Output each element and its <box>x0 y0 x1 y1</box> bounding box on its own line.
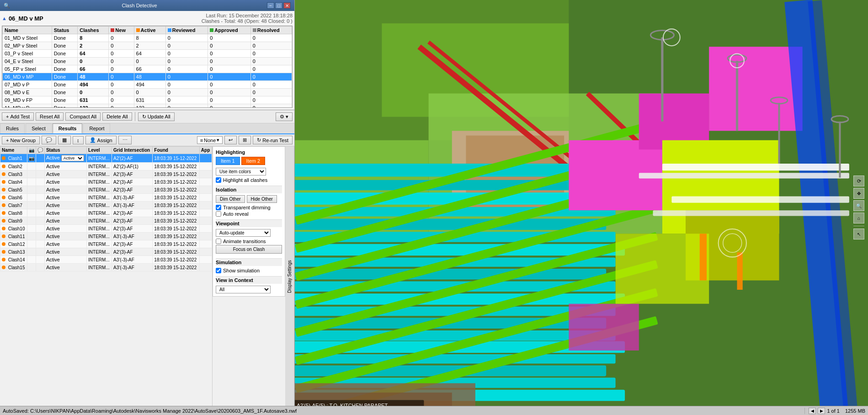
table-row[interactable]: Clash13 Active INTERM... A2'(3)-AF 18:03… <box>0 248 212 256</box>
hide-other-button[interactable]: Hide Other <box>247 195 277 203</box>
transparent-checkbox[interactable] <box>216 205 221 210</box>
table-row[interactable]: Clash12 Active INTERM... A2'(3)-AF 18:03… <box>0 240 212 248</box>
nav-home-button[interactable]: ⌂ <box>853 213 864 223</box>
cell-grid: A2'(3)-AF <box>112 217 153 225</box>
rcol-app[interactable]: App <box>199 147 212 154</box>
view-in-context-dropdown[interactable]: All Current Selection <box>216 286 271 293</box>
table-row[interactable]: 03_P v Steel Done 64 0 64 0 0 0 <box>3 50 292 58</box>
table-row[interactable]: 02_MP v Steel Done 2 0 2 0 0 0 <box>3 42 292 50</box>
page-next-button[interactable]: ▶ <box>818 408 825 414</box>
close-button[interactable]: ✕ <box>283 2 291 9</box>
cell-grid: A3'(-3)-AF <box>112 233 153 240</box>
export-chevron: ▾ <box>286 114 288 120</box>
table-row[interactable]: Clash4 Active INTERM... A2'(3)-AF 18:03:… <box>0 178 212 186</box>
none-chevron: ▾ <box>217 137 219 143</box>
cell-active: 0 <box>134 89 165 96</box>
toolbar-separator <box>135 112 135 121</box>
export-button[interactable]: ⚙ ▾ <box>276 112 293 121</box>
auto-reveal-checkbox[interactable] <box>216 211 221 217</box>
cell-status: Active <box>44 209 86 217</box>
col-resolved[interactable]: Resolved <box>250 27 292 34</box>
results-icon-btn-3[interactable]: ↕ <box>73 136 84 144</box>
col-name[interactable]: Name <box>3 27 52 34</box>
focus-on-clash-button[interactable]: Focus on Clash <box>216 245 282 254</box>
update-all-button[interactable]: ↻ Update All <box>138 112 175 121</box>
col-reviewed[interactable]: Reviewed <box>165 27 208 34</box>
nav-orbit-button[interactable]: ⟳ <box>853 176 864 186</box>
rcol-grid[interactable]: Grid Intersection <box>112 147 153 154</box>
cell-clash-name: Clash7 <box>0 202 27 209</box>
table-row[interactable]: Clash10 Active INTERM... A2'(3)-AF 18:03… <box>0 225 212 233</box>
svg-rect-43 <box>616 234 709 303</box>
rcol-found[interactable]: Found <box>153 147 199 154</box>
rcol-status[interactable]: Status <box>44 147 86 154</box>
assign-button[interactable]: 👤 Assign <box>85 136 117 144</box>
rcol-name[interactable]: Name <box>0 147 27 154</box>
table-row[interactable]: Clash9 Active INTERM... A2'(3)-AF 18:03:… <box>0 217 212 225</box>
rcol-level[interactable]: Level <box>87 147 112 154</box>
rerun-test-button[interactable]: ↻ Re-run Test <box>253 136 293 144</box>
results-icon-btn-4[interactable]: ⋯ <box>118 136 132 144</box>
table-row[interactable]: Clash14 Active INTERM... A3'(-3)-AF 18:0… <box>0 256 212 264</box>
animate-checkbox[interactable] <box>216 239 221 244</box>
table-row[interactable]: Clash2 Active INTERM... A2'(2)-AF(1) 18:… <box>0 163 212 170</box>
nav-select-button[interactable]: ↖ <box>853 229 864 239</box>
item1-button[interactable]: Item 1 <box>216 157 240 165</box>
tab-select[interactable]: Select <box>26 123 52 133</box>
table-row[interactable]: Clash1 📷 Active Active INTERM... A2'(2)-… <box>0 154 212 163</box>
table-row[interactable]: 04_E v Steel Done 0 0 0 0 0 0 <box>3 58 292 65</box>
results-icon-btn-6[interactable]: ⊞ <box>239 136 251 144</box>
dim-other-button[interactable]: Dim Other <box>216 195 245 203</box>
col-approved[interactable]: Approved <box>208 27 250 34</box>
show-simulation-checkbox[interactable] <box>216 268 221 273</box>
none-dropdown[interactable]: ≡ None ▾ <box>197 136 223 144</box>
rcol-flag[interactable]: 💬 <box>36 147 44 154</box>
tab-report[interactable]: Report <box>83 123 110 133</box>
rcol-cam[interactable]: 📷 <box>27 147 36 154</box>
page-prev-button[interactable]: ◀ <box>809 408 816 414</box>
table-row[interactable]: 11_MD v P Done 123 0 123 0 0 0 <box>3 104 292 108</box>
table-row[interactable]: Clash15 Active INTERM... A3'(-3)-AF 18:0… <box>0 264 212 271</box>
status-saved-path: AutoSaved: C:\Users\NIKPAN\AppData\Roami… <box>3 408 803 414</box>
results-icon-btn-2[interactable]: ▦ <box>58 136 71 144</box>
table-row[interactable]: Clash6 Active INTERM... A3'(-3)-AF 18:03… <box>0 194 212 202</box>
col-status[interactable]: Status <box>52 27 78 34</box>
table-row[interactable]: Clash11 Active INTERM... A3'(-3)-AF 18:0… <box>0 233 212 240</box>
cell-flag <box>36 178 44 186</box>
col-clashes[interactable]: Clashes <box>78 27 109 34</box>
add-test-button[interactable]: + Add Test <box>2 112 34 121</box>
table-row[interactable]: 06_MD v MP Done 48 0 48 0 0 0 <box>3 73 292 81</box>
nav-zoom-button[interactable]: 🔍 <box>853 200 864 211</box>
cell-clash-name: Clash11 <box>0 233 27 240</box>
color-dropdown[interactable]: Use item colorsCustom colors <box>216 168 266 176</box>
table-row[interactable]: Clash5 Active INTERM... A2'(3)-AF 18:03:… <box>0 186 212 194</box>
delete-all-button[interactable]: Delete All <box>102 112 132 121</box>
memory-label: 1255 MB <box>845 408 865 414</box>
nav-pan-button[interactable]: ✥ <box>853 188 864 199</box>
cell-active: 123 <box>134 104 165 108</box>
highlight-all-checkbox[interactable] <box>216 177 221 183</box>
display-settings-tab[interactable]: Display Settings <box>285 146 294 407</box>
tab-results[interactable]: Results <box>53 123 83 133</box>
table-row[interactable]: Clash7 Active INTERM... A3'(-3)-AF 18:03… <box>0 202 212 209</box>
table-row[interactable]: Clash3 Active INTERM... A2'(3)-AF 18:03:… <box>0 170 212 178</box>
cell-new: 0 <box>109 96 134 104</box>
auto-update-dropdown[interactable]: Auto-update Manual <box>216 229 271 237</box>
results-icon-btn-5[interactable]: ↩ <box>224 136 237 144</box>
item2-button[interactable]: Item 2 <box>241 157 266 165</box>
maximize-button[interactable]: □ <box>275 2 282 9</box>
minimize-button[interactable]: − <box>267 2 274 9</box>
new-group-button[interactable]: + New Group <box>2 136 40 144</box>
table-row[interactable]: 09_MD v FP Done 631 0 631 0 0 0 <box>3 96 292 104</box>
col-active[interactable]: Active <box>134 27 165 34</box>
table-row[interactable]: 08_MD v E Done 0 0 0 0 0 0 <box>3 89 292 96</box>
table-row[interactable]: 01_MD v Steel Done 8 0 8 0 0 0 <box>3 34 292 42</box>
tab-rules[interactable]: Rules <box>0 123 25 133</box>
results-icon-btn-1[interactable]: 💬 <box>42 136 56 144</box>
table-row[interactable]: 07_MD v P Done 494 0 494 0 0 0 <box>3 81 292 89</box>
col-new[interactable]: New <box>109 27 134 34</box>
compact-all-button[interactable]: Compact All <box>65 112 101 121</box>
table-row[interactable]: 05_FP v Steel Done 66 0 66 0 0 0 <box>3 65 292 73</box>
table-row[interactable]: Clash8 Active INTERM... A2'(3)-AF 18:03:… <box>0 209 212 217</box>
reset-all-button[interactable]: Reset All <box>36 112 64 121</box>
